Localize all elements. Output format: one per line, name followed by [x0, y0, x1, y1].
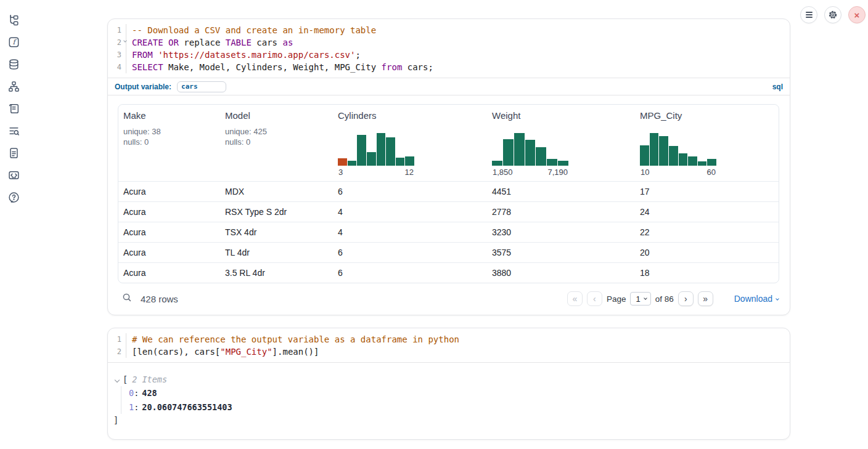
column-stats: unique: 425nulls: 0: [225, 126, 328, 147]
page-total-label: of 86: [655, 294, 674, 304]
histogram-bar: [348, 161, 357, 166]
table-cell: 17: [635, 187, 779, 196]
notebook: 1-- Download a CSV and create an in-memo…: [107, 18, 790, 449]
column-name: Make: [123, 110, 215, 121]
table-cell: 6: [333, 187, 487, 196]
output-variable-row: Output variable: sql: [108, 78, 790, 95]
chevron-down-icon: [776, 297, 779, 301]
tree-items-count: 2 Items: [132, 373, 167, 386]
code-line: 1-- Download a CSV and create an in-memo…: [108, 24, 790, 36]
table-cell: MDX: [220, 187, 333, 196]
table-cell: 6: [333, 248, 487, 257]
search-list-icon[interactable]: [7, 124, 20, 137]
column-name: Weight: [492, 110, 630, 121]
histogram-bar: [386, 137, 395, 166]
close-button[interactable]: ×: [848, 6, 866, 23]
histogram-bar: [367, 152, 376, 166]
histogram-bar: [679, 153, 688, 166]
column-header[interactable]: Cylinders312: [333, 105, 487, 181]
code-line: 4SELECT Make, Model, Cylinders, Weight, …: [108, 61, 790, 73]
table-cell: RSX Type S 2dr: [220, 207, 333, 217]
sidebar: f: [0, 0, 27, 449]
code-line: 2CREATE OR replace TABLE cars as: [108, 36, 790, 49]
tree-open-bracket: [: [123, 373, 128, 386]
help-icon[interactable]: [7, 191, 20, 203]
histogram-bar: [503, 139, 514, 166]
chevron-down-icon: [644, 296, 647, 300]
code-text: FROM 'https://datasets.marimo.app/cars.c…: [126, 50, 361, 60]
table-cell: 24: [635, 207, 779, 217]
last-page-button[interactable]: »: [698, 291, 713, 306]
function-icon[interactable]: f: [7, 36, 20, 48]
column-header[interactable]: Modelunique: 425nulls: 0: [220, 105, 333, 181]
database-icon[interactable]: [7, 58, 20, 70]
histogram-bar: [536, 147, 546, 166]
download-button[interactable]: Download: [734, 294, 779, 304]
histogram-bar: [558, 161, 568, 166]
row-count: 428 rows: [141, 294, 178, 304]
table-cell: 4451: [487, 187, 635, 196]
column-header[interactable]: MPG_City1060: [635, 105, 779, 181]
output-variable-label: Output variable:: [115, 83, 171, 91]
table-cell: 4: [333, 227, 487, 237]
code-line: 2[len(cars), cars["MPG_City"].mean()]: [108, 346, 790, 358]
menu-button[interactable]: [800, 6, 817, 23]
code-text: CREATE OR replace TABLE cars as: [126, 38, 293, 47]
fold-chevron-icon[interactable]: [123, 39, 127, 42]
code-text: [len(cars), cars["MPG_City"].mean()]: [126, 347, 319, 357]
column-histogram[interactable]: 1,8507,190: [492, 133, 568, 177]
histogram-bar: [492, 161, 502, 166]
pagination: « ‹ Page 1 of 86 › » Download: [567, 291, 779, 306]
histogram-bar: [357, 135, 366, 166]
column-name: Cylinders: [338, 110, 482, 121]
column-histogram[interactable]: 312: [338, 133, 414, 177]
table-row: AcuraTL 4dr6357520: [118, 242, 779, 262]
table-cell: 3575: [487, 248, 635, 257]
table-cell: Acura: [118, 227, 220, 237]
column-header[interactable]: Makeunique: 38nulls: 0: [118, 105, 220, 181]
output-variable-input[interactable]: [177, 81, 226, 92]
first-page-button[interactable]: «: [567, 291, 583, 306]
sql-output-area: Makeunique: 38nulls: 0Modelunique: 425nu…: [108, 95, 790, 315]
top-actions: ×: [800, 6, 866, 23]
prev-page-button[interactable]: ‹: [587, 291, 602, 306]
table-cell: 6: [333, 268, 487, 278]
table-cell: Acura: [118, 187, 220, 196]
table-cell: 22: [635, 227, 779, 237]
histogram-bar: [405, 156, 414, 166]
table-cell: TL 4dr: [220, 248, 333, 257]
code-text: -- Download a CSV and create an in-memor…: [126, 25, 376, 35]
scroll-icon[interactable]: [7, 102, 20, 115]
file-tree-icon[interactable]: [7, 14, 20, 26]
code-snippets-icon[interactable]: [7, 169, 20, 181]
search-icon[interactable]: [122, 293, 132, 305]
table-cell: Acura: [118, 268, 220, 278]
histogram-bar: [650, 133, 659, 166]
line-number: 1: [108, 333, 126, 346]
histogram-bar: [698, 161, 707, 166]
histogram-range-labels: 312: [338, 168, 414, 177]
column-histogram[interactable]: 1060: [640, 133, 716, 177]
language-badge: sql: [772, 83, 783, 91]
document-icon[interactable]: [7, 147, 20, 159]
dependency-graph-icon[interactable]: [7, 80, 20, 92]
table-header: Makeunique: 38nulls: 0Modelunique: 425nu…: [118, 105, 779, 181]
table-cell: 3230: [487, 227, 635, 237]
histogram-bar: [396, 158, 405, 166]
line-number: 2: [108, 346, 126, 358]
close-icon: ×: [854, 10, 860, 20]
table-cell: 4: [333, 207, 487, 217]
next-page-button[interactable]: ›: [678, 291, 694, 306]
column-name: Model: [225, 110, 328, 121]
python-cell: 1# We can reference the output variable …: [107, 328, 790, 440]
python-editor[interactable]: 1# We can reference the output variable …: [108, 328, 790, 362]
table-row: AcuraTSX 4dr4323022: [118, 222, 779, 242]
column-header[interactable]: Weight1,8507,190: [487, 105, 635, 181]
line-number: 1: [108, 24, 126, 36]
sql-editor[interactable]: 1-- Download a CSV and create an in-memo…: [108, 19, 790, 78]
column-stats: unique: 38nulls: 0: [123, 126, 215, 147]
code-line: 3FROM 'https://datasets.marimo.app/cars.…: [108, 49, 790, 61]
page-select[interactable]: 1: [630, 292, 650, 305]
tree-expander-icon[interactable]: [115, 377, 120, 382]
settings-button[interactable]: [824, 6, 841, 23]
